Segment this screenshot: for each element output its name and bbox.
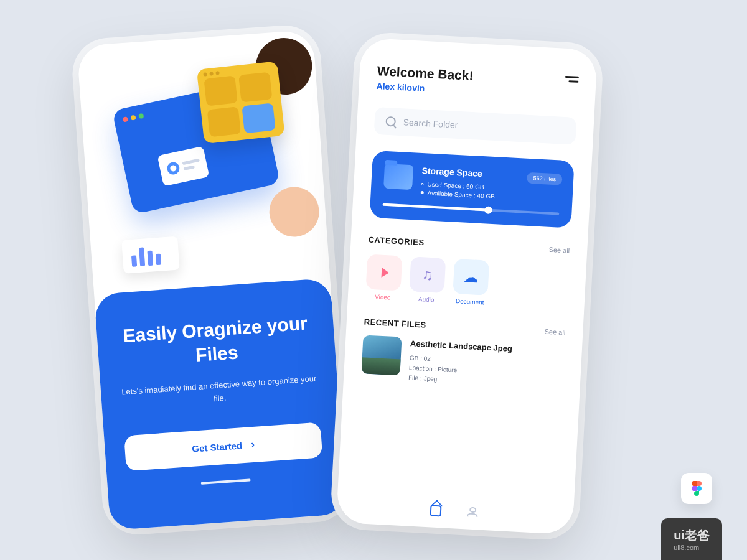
search-icon [385, 116, 396, 127]
recent-file-item[interactable]: Aesthetic Landscape Jpeg GB : 02 Loactio… [361, 335, 565, 391]
recent-files-heading: RECENT FILES [364, 317, 426, 329]
watermark-brand: ui老爸 [674, 527, 710, 544]
categories-see-all-link[interactable]: See all [548, 245, 570, 254]
welcome-text: Welcome Back! [377, 63, 474, 83]
username: Alex kilovin [376, 81, 472, 96]
get-started-label: Get Started [192, 440, 243, 454]
home-screen: Welcome Back! Alex kilovin Search Folder… [336, 38, 598, 535]
file-name: Aesthetic Landscape Jpeg [410, 337, 512, 355]
storage-progress[interactable] [383, 203, 560, 215]
categories-list: Video Audio ☁ Document [365, 254, 569, 310]
category-audio[interactable]: Audio [409, 256, 446, 304]
document-icon: ☁ [453, 259, 489, 296]
file-thumbnail [361, 335, 402, 375]
folder-icon [383, 164, 413, 190]
bottom-nav [430, 505, 480, 520]
nav-profile-icon[interactable] [467, 507, 480, 520]
chevron-right-icon: › [250, 437, 255, 450]
category-document[interactable]: ☁ Document [452, 259, 489, 306]
watermark-url: uil8.com [674, 544, 710, 551]
video-icon [366, 254, 403, 291]
onboarding-subtitle: Lets's imadiately find an effective way … [121, 373, 319, 413]
available-space-label: Available Space : 40 GB [427, 189, 495, 200]
dashboard-illustration [112, 80, 280, 214]
storage-card[interactable]: Storage Space Used Space : 60 GB Availab… [370, 151, 575, 228]
category-video[interactable]: Video [365, 254, 403, 302]
menu-icon[interactable] [565, 73, 579, 85]
figma-icon [681, 473, 712, 504]
hero-illustration [90, 43, 317, 275]
category-label: Audio [409, 295, 444, 304]
home-indicator [201, 478, 251, 485]
chart-card-illustration [121, 236, 180, 274]
get-started-button[interactable]: Get Started › [124, 422, 322, 471]
search-placeholder: Search Folder [403, 117, 458, 130]
nav-home-icon[interactable] [430, 505, 443, 518]
files-count-badge: 562 Files [527, 172, 562, 185]
recent-see-all-link[interactable]: See all [544, 327, 565, 336]
hand-illustration [268, 185, 321, 238]
cta-panel: Easily Oragnize your Files Lets's imadia… [94, 278, 347, 531]
category-label: Document [452, 297, 487, 306]
used-space-label: Used Space : 60 GB [427, 180, 484, 190]
watermark: ui老爸 uil8.com [661, 518, 722, 560]
onboarding-screen: Easily Oragnize your Files Lets's imadia… [77, 30, 346, 531]
categories-heading: CATEGORIES [368, 235, 425, 248]
category-label: Video [365, 292, 400, 301]
header: Welcome Back! Alex kilovin [376, 63, 579, 101]
onboarding-title: Easily Oragnize your Files [116, 310, 316, 373]
audio-icon [409, 256, 446, 293]
search-input[interactable]: Search Folder [374, 107, 577, 145]
